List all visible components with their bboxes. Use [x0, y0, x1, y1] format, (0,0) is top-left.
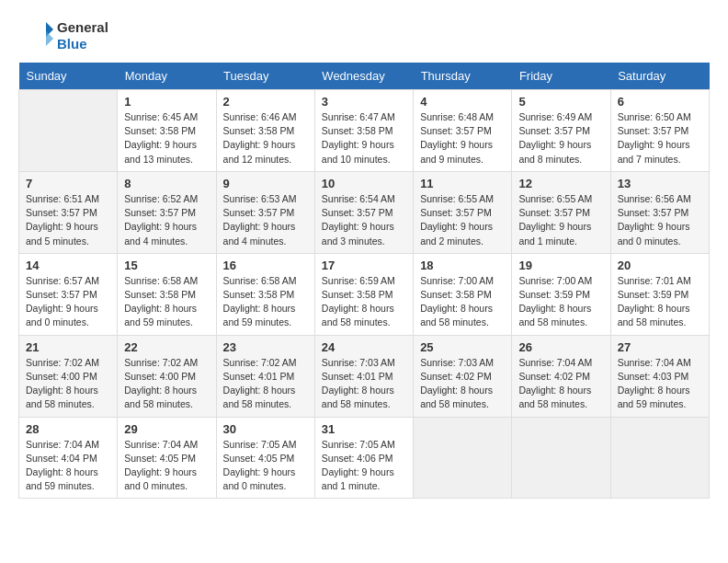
page-header: General Blue [18, 18, 710, 53]
calendar-table: SundayMondayTuesdayWednesdayThursdayFrid… [18, 63, 710, 499]
day-info: Sunrise: 7:02 AM Sunset: 4:00 PM Dayligh… [124, 356, 209, 412]
day-info: Sunrise: 6:47 AM Sunset: 3:58 PM Dayligh… [322, 110, 406, 167]
day-number: 4 [420, 95, 505, 109]
calendar-body: 1Sunrise: 6:45 AM Sunset: 3:58 PM Daylig… [19, 90, 710, 499]
calendar-cell: 16Sunrise: 6:58 AM Sunset: 3:58 PM Dayli… [216, 253, 314, 335]
day-info: Sunrise: 7:02 AM Sunset: 4:00 PM Dayligh… [26, 356, 110, 412]
day-info: Sunrise: 6:54 AM Sunset: 3:57 PM Dayligh… [322, 192, 406, 248]
day-of-week-header: Tuesday [216, 63, 314, 90]
logo: General Blue [18, 18, 108, 53]
day-number: 23 [223, 340, 308, 354]
day-number: 13 [618, 177, 702, 190]
calendar-cell: 26Sunrise: 7:04 AM Sunset: 4:02 PM Dayli… [512, 335, 610, 417]
day-number: 2 [223, 95, 308, 109]
day-info: Sunrise: 6:55 AM Sunset: 3:57 PM Dayligh… [518, 192, 603, 248]
calendar-cell: 2Sunrise: 6:46 AM Sunset: 3:58 PM Daylig… [216, 90, 314, 172]
calendar-cell: 4Sunrise: 6:48 AM Sunset: 3:57 PM Daylig… [414, 90, 512, 172]
calendar-cell: 18Sunrise: 7:00 AM Sunset: 3:58 PM Dayli… [414, 253, 512, 335]
calendar-cell: 19Sunrise: 7:00 AM Sunset: 3:59 PM Dayli… [512, 253, 610, 335]
calendar-cell: 11Sunrise: 6:55 AM Sunset: 3:57 PM Dayli… [414, 171, 512, 253]
day-number: 25 [420, 340, 505, 354]
day-number: 21 [26, 340, 110, 354]
day-info: Sunrise: 6:48 AM Sunset: 3:57 PM Dayligh… [420, 110, 505, 167]
day-info: Sunrise: 7:00 AM Sunset: 3:59 PM Dayligh… [518, 274, 603, 330]
calendar-cell: 8Sunrise: 6:52 AM Sunset: 3:57 PM Daylig… [118, 171, 216, 253]
calendar-week-row: 21Sunrise: 7:02 AM Sunset: 4:00 PM Dayli… [19, 335, 710, 417]
day-number: 14 [26, 259, 110, 272]
day-of-week-header: Saturday [610, 63, 709, 90]
day-number: 15 [124, 259, 209, 272]
logo-container: General Blue [18, 18, 108, 53]
calendar-cell: 5Sunrise: 6:49 AM Sunset: 3:57 PM Daylig… [512, 90, 610, 172]
calendar-cell: 21Sunrise: 7:02 AM Sunset: 4:00 PM Dayli… [19, 335, 118, 417]
day-number: 5 [518, 95, 603, 109]
calendar-cell: 9Sunrise: 6:53 AM Sunset: 3:57 PM Daylig… [216, 171, 314, 253]
logo-text: General Blue [57, 19, 108, 52]
calendar-cell [19, 90, 118, 172]
day-info: Sunrise: 7:00 AM Sunset: 3:58 PM Dayligh… [420, 274, 505, 330]
day-number: 24 [322, 340, 406, 354]
calendar-cell: 13Sunrise: 6:56 AM Sunset: 3:57 PM Dayli… [610, 171, 709, 253]
calendar-cell: 30Sunrise: 7:05 AM Sunset: 4:05 PM Dayli… [216, 417, 314, 499]
day-info: Sunrise: 7:04 AM Sunset: 4:03 PM Dayligh… [618, 356, 702, 412]
day-info: Sunrise: 7:03 AM Sunset: 4:02 PM Dayligh… [420, 356, 505, 412]
calendar-cell: 3Sunrise: 6:47 AM Sunset: 3:58 PM Daylig… [314, 90, 413, 172]
day-number: 12 [518, 177, 603, 190]
calendar-cell: 10Sunrise: 6:54 AM Sunset: 3:57 PM Dayli… [314, 171, 413, 253]
day-info: Sunrise: 6:46 AM Sunset: 3:58 PM Dayligh… [223, 110, 308, 167]
day-info: Sunrise: 7:05 AM Sunset: 4:05 PM Dayligh… [223, 438, 308, 494]
calendar-cell: 17Sunrise: 6:59 AM Sunset: 3:58 PM Dayli… [314, 253, 413, 335]
svg-marker-1 [46, 31, 53, 46]
day-info: Sunrise: 6:53 AM Sunset: 3:57 PM Dayligh… [223, 192, 308, 248]
day-number: 18 [420, 259, 505, 272]
day-number: 29 [124, 422, 209, 436]
day-number: 16 [223, 259, 308, 272]
day-of-week-header: Friday [512, 63, 610, 90]
day-number: 10 [322, 177, 406, 190]
day-info: Sunrise: 6:52 AM Sunset: 3:57 PM Dayligh… [124, 192, 209, 248]
calendar-cell [512, 417, 610, 499]
day-info: Sunrise: 6:56 AM Sunset: 3:57 PM Dayligh… [618, 192, 702, 248]
day-info: Sunrise: 6:58 AM Sunset: 3:58 PM Dayligh… [223, 274, 308, 330]
day-number: 17 [322, 259, 406, 272]
calendar-cell: 7Sunrise: 6:51 AM Sunset: 3:57 PM Daylig… [19, 171, 118, 253]
day-info: Sunrise: 6:45 AM Sunset: 3:58 PM Dayligh… [124, 110, 209, 167]
day-number: 6 [618, 95, 702, 109]
calendar-cell: 25Sunrise: 7:03 AM Sunset: 4:02 PM Dayli… [414, 335, 512, 417]
day-info: Sunrise: 7:03 AM Sunset: 4:01 PM Dayligh… [322, 356, 406, 412]
day-info: Sunrise: 6:49 AM Sunset: 3:57 PM Dayligh… [518, 110, 603, 167]
day-number: 26 [518, 340, 603, 354]
day-of-week-header: Sunday [19, 63, 118, 90]
day-info: Sunrise: 6:58 AM Sunset: 3:58 PM Dayligh… [124, 274, 209, 330]
day-number: 27 [618, 340, 702, 354]
day-of-week-header: Wednesday [314, 63, 413, 90]
day-info: Sunrise: 7:02 AM Sunset: 4:01 PM Dayligh… [223, 356, 308, 412]
calendar-cell: 20Sunrise: 7:01 AM Sunset: 3:59 PM Dayli… [610, 253, 709, 335]
day-number: 28 [26, 422, 110, 436]
calendar-week-row: 14Sunrise: 6:57 AM Sunset: 3:57 PM Dayli… [19, 253, 710, 335]
calendar-cell: 31Sunrise: 7:05 AM Sunset: 4:06 PM Dayli… [314, 417, 413, 499]
calendar-cell: 22Sunrise: 7:02 AM Sunset: 4:00 PM Dayli… [118, 335, 216, 417]
calendar-cell: 1Sunrise: 6:45 AM Sunset: 3:58 PM Daylig… [118, 90, 216, 172]
day-number: 7 [26, 177, 110, 190]
day-info: Sunrise: 7:04 AM Sunset: 4:02 PM Dayligh… [518, 356, 603, 412]
day-info: Sunrise: 7:04 AM Sunset: 4:04 PM Dayligh… [26, 438, 110, 494]
calendar-cell: 15Sunrise: 6:58 AM Sunset: 3:58 PM Dayli… [118, 253, 216, 335]
calendar-cell: 24Sunrise: 7:03 AM Sunset: 4:01 PM Dayli… [314, 335, 413, 417]
day-number: 1 [124, 95, 209, 109]
calendar-cell: 28Sunrise: 7:04 AM Sunset: 4:04 PM Dayli… [19, 417, 118, 499]
header-row: SundayMondayTuesdayWednesdayThursdayFrid… [19, 63, 710, 90]
day-of-week-header: Thursday [414, 63, 512, 90]
calendar-cell [414, 417, 512, 499]
calendar-cell: 12Sunrise: 6:55 AM Sunset: 3:57 PM Dayli… [512, 171, 610, 253]
day-number: 19 [518, 259, 603, 272]
day-info: Sunrise: 7:05 AM Sunset: 4:06 PM Dayligh… [322, 438, 406, 494]
calendar-week-row: 7Sunrise: 6:51 AM Sunset: 3:57 PM Daylig… [19, 171, 710, 253]
day-info: Sunrise: 6:51 AM Sunset: 3:57 PM Dayligh… [26, 192, 110, 248]
day-info: Sunrise: 7:01 AM Sunset: 3:59 PM Dayligh… [618, 274, 702, 330]
calendar-week-row: 28Sunrise: 7:04 AM Sunset: 4:04 PM Dayli… [19, 417, 710, 499]
calendar-cell: 14Sunrise: 6:57 AM Sunset: 3:57 PM Dayli… [19, 253, 118, 335]
day-info: Sunrise: 6:59 AM Sunset: 3:58 PM Dayligh… [322, 274, 406, 330]
calendar-cell [610, 417, 709, 499]
day-number: 9 [223, 177, 308, 190]
